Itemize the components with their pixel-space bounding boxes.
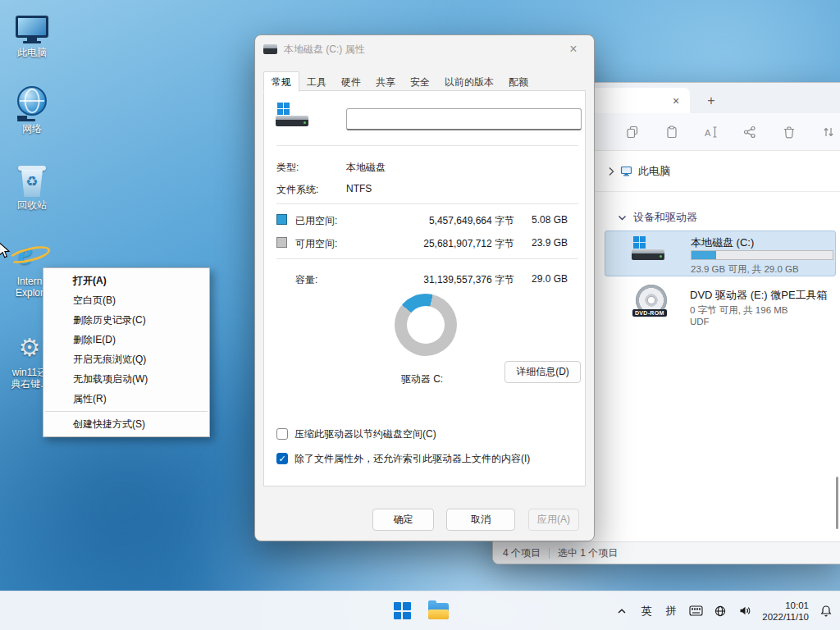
type-value: 本地磁盘 (346, 161, 386, 175)
file-explorer-button[interactable] (422, 595, 454, 628)
filesystem-label: 文件系统: (276, 183, 318, 197)
icon-label: 此电脑 (2, 47, 62, 58)
rename-button[interactable]: A (700, 121, 723, 144)
clock[interactable]: 10:01 2022/11/10 (762, 600, 809, 623)
chevron-right-icon (608, 167, 614, 176)
menu-item-delete-history[interactable]: 删除历史记录(C) (43, 310, 209, 330)
rename-icon: A (704, 126, 719, 139)
used-label: 已用空间: (295, 214, 337, 228)
keyboard-icon (689, 605, 703, 616)
tab-general[interactable]: 常规 (263, 71, 299, 92)
tray-chevron-button[interactable] (614, 598, 629, 624)
touch-keyboard-button[interactable] (688, 598, 703, 624)
drive-name: 本地磁盘 (C:) (691, 235, 754, 250)
this-pc-icon (2, 7, 62, 44)
details-button[interactable]: 详细信息(D) (504, 361, 581, 383)
drive-c-item[interactable]: 本地磁盘 (C:) 23.9 GB 可用, 共 29.0 GB (605, 231, 836, 276)
desktop-icon-this-pc[interactable]: 此电脑 (2, 7, 62, 58)
dvd-filesystem: UDF (690, 317, 710, 326)
chevron-up-icon (617, 608, 627, 614)
used-swatch (276, 214, 287, 225)
close-icon[interactable] (561, 39, 586, 59)
item-count: 4 个项目 (503, 546, 541, 560)
language-button[interactable]: 英 (639, 598, 654, 624)
network-icon (2, 83, 62, 121)
apply-button[interactable]: 应用(A) (528, 509, 579, 531)
menu-item-properties[interactable]: 属性(R) (43, 389, 209, 409)
copy-button[interactable] (621, 121, 644, 144)
tab-hardware[interactable]: 硬件 (334, 74, 368, 91)
menu-item-open[interactable]: 打开(A) (43, 271, 209, 290)
status-bar: 4 个项目 选中 1 个项目 (493, 541, 840, 564)
menu-item-blank-page[interactable]: 空白页(B) (43, 290, 209, 310)
menu-separator (45, 411, 208, 412)
windows-logo-icon (394, 602, 411, 619)
tab-previous-versions[interactable]: 以前的版本 (437, 74, 501, 91)
selected-count: 选中 1 个项目 (558, 546, 618, 560)
dvd-detail: 0 字节 可用, 共 196 MB (690, 304, 788, 317)
share-icon (743, 126, 756, 139)
this-pc-mini-icon (620, 166, 632, 176)
group-header-devices[interactable]: 设备和驱动器 (618, 210, 697, 225)
context-menu: 打开(A) 空白页(B) 删除历史记录(C) 删除IE(D) 开启无痕浏览(Q)… (43, 267, 210, 437)
checkbox-unchecked[interactable] (276, 428, 288, 440)
volume-label-input[interactable] (346, 108, 582, 130)
trash-icon (783, 126, 796, 139)
desktop-icon-recycle-bin[interactable]: 回收站 (2, 159, 62, 211)
breadcrumb-item[interactable]: 此电脑 (638, 164, 670, 179)
menu-item-inprivate[interactable]: 开启无痕浏览(Q) (43, 349, 209, 369)
taskbar: 英 拼 10:01 2022/11/10 (0, 591, 840, 630)
start-button[interactable] (386, 595, 418, 628)
notification-button[interactable] (819, 598, 833, 624)
capacity-donut (395, 294, 457, 356)
dialog-title-bar: 本地磁盘 (C:) 属性 (255, 35, 594, 63)
index-checkbox-label: 除了文件属性外，还允许索引此驱动器上文件的内容(I) (294, 452, 530, 466)
tab-quota[interactable]: 配额 (501, 74, 536, 91)
tray-date: 2022/11/10 (762, 611, 809, 623)
capacity-label: 容量: (295, 273, 317, 287)
compress-checkbox-row[interactable]: 压缩此驱动器以节约磁盘空间(C) (276, 427, 436, 441)
tab-tools[interactable]: 工具 (299, 74, 334, 91)
separator (276, 145, 578, 146)
cancel-button[interactable]: 取消 (446, 509, 515, 531)
drive-c-icon (632, 236, 668, 260)
mouse-cursor (0, 242, 11, 259)
free-label: 可用空间: (295, 237, 337, 251)
drive-usage-bar (691, 250, 833, 260)
bell-icon (820, 605, 832, 617)
copy-icon (626, 126, 639, 139)
separator (276, 203, 578, 204)
dialog-title: 本地磁盘 (C:) 属性 (284, 43, 561, 57)
network-button[interactable] (713, 598, 728, 624)
scrollbar-thumb[interactable] (836, 477, 838, 529)
tab-close-icon[interactable] (669, 94, 683, 108)
checkbox-checked[interactable] (276, 453, 288, 464)
share-button[interactable] (738, 121, 761, 144)
ok-button[interactable]: 确定 (372, 509, 434, 531)
tab-security[interactable]: 安全 (403, 74, 437, 91)
drive-usage-fill (692, 251, 716, 259)
desktop-icon-network[interactable]: 网络 (2, 83, 62, 135)
general-tab-page: 类型: 本地磁盘 文件系统: NTFS 已用空间: 5,457,649,664 … (263, 90, 586, 486)
sort-icon (822, 126, 835, 139)
properties-dialog: 本地磁盘 (C:) 属性 常规 工具 硬件 共享 安全 以前的版本 配额 类型:… (254, 34, 595, 541)
menu-item-create-shortcut[interactable]: 创建快捷方式(S) (43, 414, 209, 434)
folder-icon (428, 603, 449, 619)
tab-sharing[interactable]: 共享 (368, 74, 403, 91)
ime-mode-button[interactable]: 拼 (664, 598, 678, 624)
index-checkbox-row[interactable]: 除了文件属性外，还允许索引此驱动器上文件的内容(I) (276, 452, 530, 465)
dvd-drive-item[interactable]: DVD-ROM DVD 驱动器 (E:) 微PE工具箱 0 字节 可用, 共 1… (605, 281, 836, 331)
capacity-gb: 29.0 GB (514, 273, 568, 285)
menu-item-no-addons[interactable]: 无加载项启动(W) (43, 369, 209, 389)
new-tab-button[interactable] (701, 91, 721, 111)
chevron-down-icon (618, 215, 627, 221)
dvd-rom-badge: DVD-ROM (632, 309, 667, 317)
paste-button[interactable] (660, 121, 683, 144)
type-label: 类型: (276, 161, 299, 175)
speaker-icon (739, 605, 751, 616)
delete-button[interactable] (778, 121, 801, 144)
volume-button[interactable] (737, 598, 752, 624)
sort-button[interactable] (817, 121, 840, 144)
tray-time: 10:01 (762, 600, 809, 611)
menu-item-delete-ie[interactable]: 删除IE(D) (43, 330, 209, 349)
